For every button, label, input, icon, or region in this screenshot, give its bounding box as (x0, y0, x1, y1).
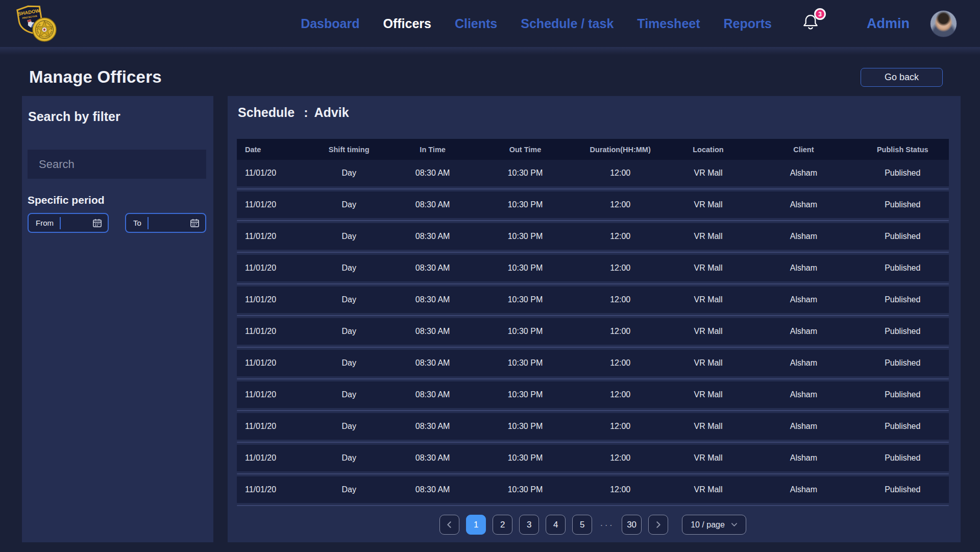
cell-in-time: 08:30 AM (390, 327, 475, 336)
page-button-3[interactable]: 3 (519, 515, 539, 535)
cell-date: 11/01/20 (237, 358, 308, 368)
cell-out-time: 10:30 PM (475, 200, 575, 209)
cell-date: 11/01/20 (237, 169, 308, 178)
schedule-panel: Schedule : Advik DateShift timingIn Time… (228, 96, 961, 542)
go-back-button[interactable]: Go back (861, 68, 943, 87)
table-header-row: DateShift timingIn TimeOut TimeDuration(… (237, 139, 949, 160)
filter-sidebar-title: Search by filter (28, 109, 206, 124)
cell-date: 11/01/20 (237, 390, 308, 399)
schedule-heading-officer: Advik (314, 105, 349, 120)
cell-duration-hh-mm: 12:00 (575, 358, 666, 368)
cell-shift-timing: Day (308, 295, 390, 304)
to-date-field[interactable]: To (125, 213, 206, 233)
cell-location: VR Mall (666, 295, 751, 304)
cell-shift-timing: Day (308, 485, 390, 494)
nav-item-schedule-task[interactable]: Schedule / task (521, 16, 614, 31)
cell-in-time: 08:30 AM (390, 453, 475, 463)
column-header-location: Location (666, 146, 751, 154)
table-row: 11/01/20Day08:30 AM10:30 PM12:00VR MallA… (237, 286, 949, 313)
chevron-right-icon (654, 521, 662, 529)
cell-date: 11/01/20 (237, 422, 308, 431)
notifications-button[interactable]: 3 (801, 13, 820, 34)
cell-date: 11/01/20 (237, 453, 308, 463)
page-button-2[interactable]: 2 (493, 515, 512, 535)
cell-shift-timing: Day (308, 327, 390, 336)
cell-publish-status: Published (856, 390, 949, 399)
cell-client: Alsham (751, 485, 856, 494)
cell-location: VR Mall (666, 453, 751, 463)
admin-menu[interactable]: Admin (867, 16, 910, 32)
nav-links: DasboardOfficersClientsSchedule / taskTi… (301, 16, 772, 31)
prev-page-button[interactable] (439, 515, 459, 535)
cell-shift-timing: Day (308, 390, 390, 399)
cell-duration-hh-mm: 12:00 (575, 169, 666, 178)
cell-in-time: 08:30 AM (390, 422, 475, 431)
pagination: 12345 ··· 30 10 / page (237, 515, 949, 535)
cell-client: Alsham (751, 358, 856, 368)
schedule-table: DateShift timingIn TimeOut TimeDuration(… (237, 139, 949, 508)
cell-location: VR Mall (666, 263, 751, 273)
cell-out-time: 10:30 PM (475, 485, 575, 494)
cell-client: Alsham (751, 390, 856, 399)
top-navbar: SHADOW PROTECTIVE SHADOW PROTECTIVE SERV… (0, 0, 980, 47)
nav-item-reports[interactable]: Reports (724, 16, 772, 31)
cell-duration-hh-mm: 12:00 (575, 263, 666, 273)
cell-location: VR Mall (666, 485, 751, 494)
cell-location: VR Mall (666, 169, 751, 178)
chevron-down-icon (731, 521, 738, 528)
from-date-field[interactable]: From (28, 213, 109, 233)
cell-publish-status: Published (856, 485, 949, 494)
cell-location: VR Mall (666, 232, 751, 241)
cell-client: Alsham (751, 232, 856, 241)
cell-out-time: 10:30 PM (475, 390, 575, 399)
cell-publish-status: Published (856, 263, 949, 273)
table-row: 11/01/20Day08:30 AM10:30 PM12:00VR MallA… (237, 476, 949, 503)
page-size-value: 10 / page (691, 520, 725, 530)
nav-item-clients[interactable]: Clients (455, 16, 497, 31)
cell-out-time: 10:30 PM (475, 422, 575, 431)
cell-location: VR Mall (666, 422, 751, 431)
from-date-label: From (36, 219, 54, 227)
cell-client: Alsham (751, 422, 856, 431)
cell-client: Alsham (751, 263, 856, 273)
search-input[interactable] (28, 150, 206, 179)
table-row: 11/01/20Day08:30 AM10:30 PM12:00VR MallA… (237, 413, 949, 440)
admin-avatar[interactable] (930, 10, 957, 37)
page-title: Manage Officers (29, 67, 162, 87)
cell-duration-hh-mm: 12:00 (575, 485, 666, 494)
table-row: 11/01/20Day08:30 AM10:30 PM12:00VR MallA… (237, 223, 949, 250)
calendar-icon (92, 218, 102, 228)
nav-item-dasboard[interactable]: Dasboard (301, 16, 359, 31)
content-area: Search by filter Specific period From (22, 96, 961, 542)
nav-item-timesheet[interactable]: Timesheet (637, 16, 700, 31)
cell-duration-hh-mm: 12:00 (575, 232, 666, 241)
cell-out-time: 10:30 PM (475, 169, 575, 178)
page-button-1[interactable]: 1 (466, 515, 486, 535)
cell-date: 11/01/20 (237, 327, 308, 336)
next-page-button[interactable] (648, 515, 668, 535)
calendar-icon (190, 218, 200, 228)
page-button-30[interactable]: 30 (622, 515, 642, 535)
page-button-4[interactable]: 4 (546, 515, 566, 535)
page-number-buttons: 12345 (466, 515, 592, 535)
cell-in-time: 08:30 AM (390, 390, 475, 399)
column-header-client: Client (751, 146, 856, 154)
nav-item-officers[interactable]: Officers (383, 16, 431, 31)
cell-duration-hh-mm: 12:00 (575, 422, 666, 431)
cell-publish-status: Published (856, 169, 949, 178)
cell-publish-status: Published (856, 295, 949, 304)
to-field-divider (148, 217, 149, 229)
cell-duration-hh-mm: 12:00 (575, 327, 666, 336)
cell-out-time: 10:30 PM (475, 263, 575, 273)
cell-publish-status: Published (856, 358, 949, 368)
cell-shift-timing: Day (308, 232, 390, 241)
page-size-select[interactable]: 10 / page (682, 515, 746, 535)
table-row: 11/01/20Day08:30 AM10:30 PM12:00VR MallA… (237, 160, 949, 186)
chevron-left-icon (446, 521, 453, 529)
page-button-5[interactable]: 5 (572, 515, 592, 535)
cell-shift-timing: Day (308, 453, 390, 463)
cell-publish-status: Published (856, 453, 949, 463)
column-header-out-time: Out Time (475, 146, 575, 154)
cell-in-time: 08:30 AM (390, 263, 475, 273)
cell-date: 11/01/20 (237, 485, 308, 494)
